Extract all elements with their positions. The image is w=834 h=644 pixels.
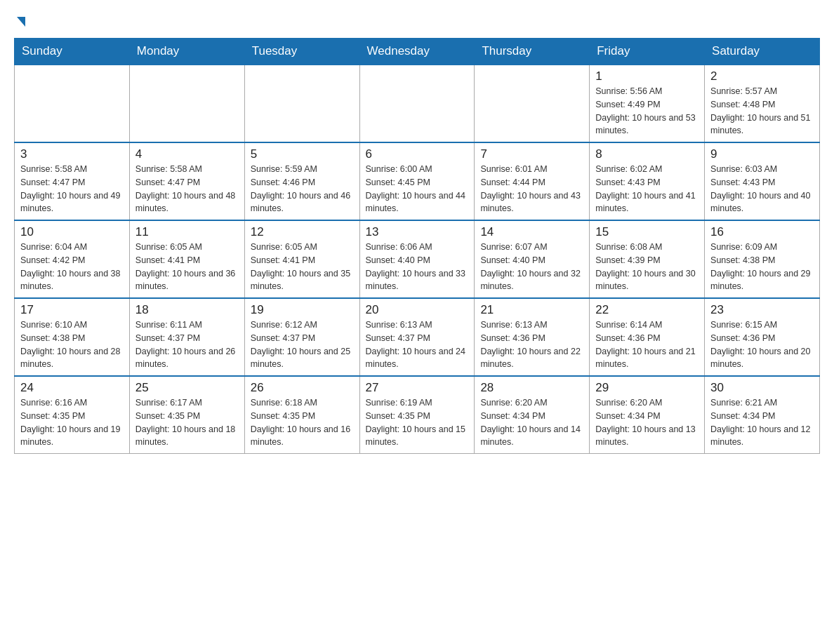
day-number: 22 <box>595 303 699 317</box>
day-info: Sunrise: 6:05 AMSunset: 4:41 PMDaylight:… <box>135 241 239 293</box>
day-number: 12 <box>251 225 354 239</box>
day-info: Sunrise: 6:18 AMSunset: 4:35 PMDaylight:… <box>251 396 354 449</box>
day-number: 19 <box>251 303 354 317</box>
day-number: 13 <box>366 225 469 239</box>
day-info: Sunrise: 5:58 AMSunset: 4:47 PMDaylight:… <box>135 163 239 215</box>
day-info: Sunrise: 5:57 AMSunset: 4:48 PMDaylight:… <box>710 85 814 137</box>
day-number: 5 <box>251 147 354 161</box>
calendar-cell <box>244 65 359 142</box>
calendar-cell: 8Sunrise: 6:02 AMSunset: 4:43 PMDaylight… <box>590 142 705 220</box>
calendar-cell <box>475 65 590 142</box>
day-info: Sunrise: 6:09 AMSunset: 4:38 PMDaylight:… <box>710 241 814 293</box>
calendar-cell: 30Sunrise: 6:21 AMSunset: 4:34 PMDayligh… <box>705 376 820 454</box>
day-number: 14 <box>480 225 583 239</box>
day-info: Sunrise: 6:11 AMSunset: 4:37 PMDaylight:… <box>135 318 239 371</box>
weekday-header-monday: Monday <box>129 39 244 65</box>
day-number: 18 <box>135 303 239 317</box>
day-number: 23 <box>710 303 814 317</box>
day-number: 27 <box>366 381 469 395</box>
calendar-cell: 6Sunrise: 6:00 AMSunset: 4:45 PMDaylight… <box>359 142 475 220</box>
calendar-cell: 7Sunrise: 6:01 AMSunset: 4:44 PMDaylight… <box>475 142 590 220</box>
day-info: Sunrise: 5:59 AMSunset: 4:46 PMDaylight:… <box>251 163 354 215</box>
calendar-cell <box>359 65 475 142</box>
calendar-week-row: 1Sunrise: 5:56 AMSunset: 4:49 PMDaylight… <box>15 65 820 142</box>
weekday-header-friday: Friday <box>590 39 705 65</box>
day-number: 8 <box>595 147 699 161</box>
calendar-cell <box>129 65 244 142</box>
page-header <box>14 14 820 24</box>
day-info: Sunrise: 6:17 AMSunset: 4:35 PMDaylight:… <box>135 396 239 449</box>
day-info: Sunrise: 6:16 AMSunset: 4:35 PMDaylight:… <box>20 396 124 449</box>
calendar-week-row: 3Sunrise: 5:58 AMSunset: 4:47 PMDaylight… <box>15 142 820 220</box>
day-info: Sunrise: 6:13 AMSunset: 4:36 PMDaylight:… <box>480 318 583 371</box>
calendar-cell: 12Sunrise: 6:05 AMSunset: 4:41 PMDayligh… <box>244 220 359 298</box>
calendar-cell: 21Sunrise: 6:13 AMSunset: 4:36 PMDayligh… <box>475 298 590 376</box>
calendar-cell: 18Sunrise: 6:11 AMSunset: 4:37 PMDayligh… <box>129 298 244 376</box>
day-info: Sunrise: 6:02 AMSunset: 4:43 PMDaylight:… <box>595 163 699 215</box>
day-number: 4 <box>135 147 239 161</box>
calendar-cell: 23Sunrise: 6:15 AMSunset: 4:36 PMDayligh… <box>705 298 820 376</box>
weekday-header-sunday: Sunday <box>15 39 130 65</box>
calendar-cell: 25Sunrise: 6:17 AMSunset: 4:35 PMDayligh… <box>129 376 244 454</box>
day-info: Sunrise: 6:06 AMSunset: 4:40 PMDaylight:… <box>366 241 469 293</box>
day-number: 21 <box>480 303 583 317</box>
day-number: 3 <box>20 147 124 161</box>
day-number: 28 <box>480 381 583 395</box>
calendar-cell: 11Sunrise: 6:05 AMSunset: 4:41 PMDayligh… <box>129 220 244 298</box>
day-info: Sunrise: 6:21 AMSunset: 4:34 PMDaylight:… <box>710 396 814 449</box>
day-number: 7 <box>480 147 583 161</box>
day-info: Sunrise: 6:10 AMSunset: 4:38 PMDaylight:… <box>20 318 124 371</box>
day-number: 2 <box>710 69 814 83</box>
day-info: Sunrise: 6:14 AMSunset: 4:36 PMDaylight:… <box>595 318 699 371</box>
calendar-header-row: SundayMondayTuesdayWednesdayThursdayFrid… <box>15 39 820 65</box>
calendar-cell: 1Sunrise: 5:56 AMSunset: 4:49 PMDaylight… <box>590 65 705 142</box>
calendar-cell: 26Sunrise: 6:18 AMSunset: 4:35 PMDayligh… <box>244 376 359 454</box>
calendar-cell: 3Sunrise: 5:58 AMSunset: 4:47 PMDaylight… <box>15 142 130 220</box>
day-info: Sunrise: 6:01 AMSunset: 4:44 PMDaylight:… <box>480 163 583 215</box>
day-number: 1 <box>595 69 699 83</box>
day-info: Sunrise: 6:05 AMSunset: 4:41 PMDaylight:… <box>251 241 354 293</box>
calendar-week-row: 24Sunrise: 6:16 AMSunset: 4:35 PMDayligh… <box>15 376 820 454</box>
calendar-week-row: 17Sunrise: 6:10 AMSunset: 4:38 PMDayligh… <box>15 298 820 376</box>
calendar-cell: 10Sunrise: 6:04 AMSunset: 4:42 PMDayligh… <box>15 220 130 298</box>
day-number: 17 <box>20 303 124 317</box>
day-number: 26 <box>251 381 354 395</box>
calendar-cell: 13Sunrise: 6:06 AMSunset: 4:40 PMDayligh… <box>359 220 475 298</box>
calendar-cell: 14Sunrise: 6:07 AMSunset: 4:40 PMDayligh… <box>475 220 590 298</box>
day-number: 15 <box>595 225 699 239</box>
calendar-cell: 9Sunrise: 6:03 AMSunset: 4:43 PMDaylight… <box>705 142 820 220</box>
day-info: Sunrise: 5:58 AMSunset: 4:47 PMDaylight:… <box>20 163 124 215</box>
calendar-cell: 2Sunrise: 5:57 AMSunset: 4:48 PMDaylight… <box>705 65 820 142</box>
logo-arrow-icon <box>17 17 25 27</box>
weekday-header-tuesday: Tuesday <box>244 39 359 65</box>
calendar-cell: 27Sunrise: 6:19 AMSunset: 4:35 PMDayligh… <box>359 376 475 454</box>
day-info: Sunrise: 6:08 AMSunset: 4:39 PMDaylight:… <box>595 241 699 293</box>
calendar-cell: 19Sunrise: 6:12 AMSunset: 4:37 PMDayligh… <box>244 298 359 376</box>
calendar-cell: 5Sunrise: 5:59 AMSunset: 4:46 PMDaylight… <box>244 142 359 220</box>
day-number: 6 <box>366 147 469 161</box>
calendar-cell: 20Sunrise: 6:13 AMSunset: 4:37 PMDayligh… <box>359 298 475 376</box>
day-info: Sunrise: 6:04 AMSunset: 4:42 PMDaylight:… <box>20 241 124 293</box>
day-info: Sunrise: 6:07 AMSunset: 4:40 PMDaylight:… <box>480 241 583 293</box>
weekday-header-wednesday: Wednesday <box>359 39 475 65</box>
day-number: 9 <box>710 147 814 161</box>
day-info: Sunrise: 6:15 AMSunset: 4:36 PMDaylight:… <box>710 318 814 371</box>
day-number: 24 <box>20 381 124 395</box>
calendar-cell: 28Sunrise: 6:20 AMSunset: 4:34 PMDayligh… <box>475 376 590 454</box>
day-info: Sunrise: 6:19 AMSunset: 4:35 PMDaylight:… <box>366 396 469 449</box>
logo-general-text <box>14 14 25 27</box>
day-info: Sunrise: 6:03 AMSunset: 4:43 PMDaylight:… <box>710 163 814 215</box>
day-number: 30 <box>710 381 814 395</box>
calendar-cell: 4Sunrise: 5:58 AMSunset: 4:47 PMDaylight… <box>129 142 244 220</box>
logo <box>14 14 25 24</box>
calendar-cell: 22Sunrise: 6:14 AMSunset: 4:36 PMDayligh… <box>590 298 705 376</box>
calendar-cell: 15Sunrise: 6:08 AMSunset: 4:39 PMDayligh… <box>590 220 705 298</box>
day-number: 10 <box>20 225 124 239</box>
day-number: 16 <box>710 225 814 239</box>
weekday-header-thursday: Thursday <box>475 39 590 65</box>
day-info: Sunrise: 6:12 AMSunset: 4:37 PMDaylight:… <box>251 318 354 371</box>
weekday-header-saturday: Saturday <box>705 39 820 65</box>
calendar-cell <box>15 65 130 142</box>
day-info: Sunrise: 6:20 AMSunset: 4:34 PMDaylight:… <box>595 396 699 449</box>
calendar-cell: 24Sunrise: 6:16 AMSunset: 4:35 PMDayligh… <box>15 376 130 454</box>
